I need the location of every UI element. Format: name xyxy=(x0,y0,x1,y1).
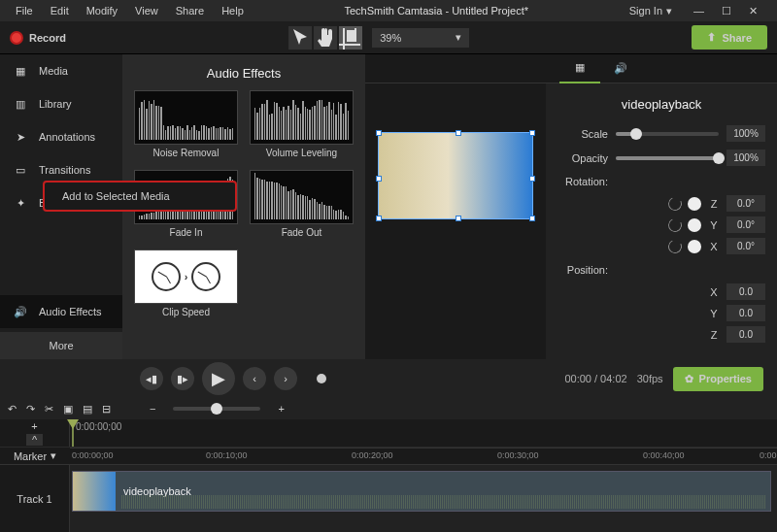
zoom-dropdown[interactable]: 39% xyxy=(372,28,469,48)
sign-in-button[interactable]: Sign In▾ xyxy=(622,5,680,17)
menu-share[interactable]: Share xyxy=(168,3,212,18)
sidebar-item-annotations[interactable]: ➤Annotations xyxy=(0,120,122,153)
playhead[interactable] xyxy=(72,419,74,447)
behaviors-icon: ✦ xyxy=(12,196,29,210)
scale-label: Scale xyxy=(557,128,608,140)
context-menu-add-to-media[interactable]: Add to Selected Media xyxy=(43,181,237,212)
menu-view[interactable]: View xyxy=(127,3,166,18)
properties-button[interactable]: ✿Properties xyxy=(673,367,763,391)
canvas-tab-video[interactable]: ▦ xyxy=(559,54,600,83)
canvas-tab-audio[interactable]: 🔊 xyxy=(600,54,641,83)
position-label: Position: xyxy=(557,264,608,276)
rot-x-value[interactable]: 0.0° xyxy=(726,238,765,254)
rotate-x-icon[interactable] xyxy=(666,238,684,255)
transitions-icon: ▭ xyxy=(12,163,29,177)
paste-button[interactable]: ▤ xyxy=(83,403,92,416)
record-button[interactable]: Record xyxy=(10,31,66,45)
effects-panel-title: Audio Effects xyxy=(134,62,354,90)
timeline-clip[interactable]: videoplayback xyxy=(72,471,771,512)
next-frame-button[interactable]: ▮▸ xyxy=(171,367,194,390)
timeline-zoom-slider[interactable] xyxy=(173,407,260,411)
pos-z-value[interactable]: 0.0 xyxy=(726,326,765,343)
rotate-x-knob[interactable] xyxy=(688,240,701,253)
marker-label[interactable]: Marker▾ xyxy=(0,448,70,464)
menu-modify[interactable]: Modify xyxy=(79,3,125,18)
share-button[interactable]: ⬆Share xyxy=(692,25,767,50)
properties-panel: videoplayback Scale 100% Opacity 100% Ro… xyxy=(546,83,777,359)
player-bar: ◂▮ ▮▸ ▶ ‹ › 00:00 / 04:02 30fps ✿Propert… xyxy=(0,359,777,398)
minimize-icon[interactable]: — xyxy=(693,5,704,17)
zoom-in-button[interactable]: + xyxy=(278,403,284,415)
effect-noise-removal[interactable]: Noise Removal xyxy=(134,90,238,158)
sidebar-item-media[interactable]: ▦Media xyxy=(0,54,122,87)
library-icon: ▥ xyxy=(12,97,29,111)
speaker-icon: 🔊 xyxy=(614,62,627,75)
effects-panel: Audio Effects Noise Removal Volume Level… xyxy=(122,54,365,359)
ruler[interactable]: 0:00:00;00 xyxy=(70,419,777,447)
canvas-preview[interactable] xyxy=(365,83,546,359)
film-icon: ▦ xyxy=(575,61,585,74)
opacity-label: Opacity xyxy=(557,152,608,164)
redo-button[interactable]: ↷ xyxy=(26,403,35,416)
track-collapse-button[interactable]: ^ xyxy=(26,434,43,446)
crop-tool[interactable] xyxy=(339,26,362,50)
toolbar: Record 39% ⬆Share xyxy=(0,21,777,54)
step-forward-button[interactable]: › xyxy=(274,367,297,390)
rotate-y-icon[interactable] xyxy=(666,216,684,234)
pan-tool[interactable] xyxy=(314,26,337,50)
scale-slider[interactable] xyxy=(616,132,719,136)
rotate-z-knob[interactable] xyxy=(688,197,701,211)
menubar: File Edit Modify View Share Help TechSmi… xyxy=(0,0,777,21)
sidebar-more-button[interactable]: More xyxy=(0,332,122,359)
opacity-slider[interactable] xyxy=(616,156,719,160)
prev-frame-button[interactable]: ◂▮ xyxy=(140,367,163,390)
close-icon[interactable]: ✕ xyxy=(749,5,758,17)
rotate-z-icon[interactable] xyxy=(666,195,684,213)
audio-effects-icon: 🔊 xyxy=(12,305,29,318)
fps-display[interactable]: 30fps xyxy=(637,373,663,384)
step-back-button[interactable]: ‹ xyxy=(243,367,266,390)
copy-button[interactable]: ▣ xyxy=(63,403,73,416)
share-icon: ⬆ xyxy=(707,31,716,44)
effect-fade-out[interactable]: Fade Out xyxy=(250,170,354,238)
effect-volume-leveling[interactable]: Volume Leveling xyxy=(250,90,354,158)
opacity-value[interactable]: 100% xyxy=(726,150,765,166)
ruler-ticks[interactable]: 0:00:00;00 0:00:10;00 0:00:20;00 0:00:30… xyxy=(70,448,777,464)
undo-button[interactable]: ↶ xyxy=(8,403,17,416)
time-display: 00:00 / 04:02 xyxy=(564,373,626,384)
rot-y-value[interactable]: 0.0° xyxy=(726,216,765,233)
rotate-y-knob[interactable] xyxy=(688,218,701,232)
properties-title: videoplayback xyxy=(557,91,765,125)
annotations-icon: ➤ xyxy=(12,130,29,144)
sidebar-item-audio-effects[interactable]: 🔊Audio Effects xyxy=(0,295,122,328)
scale-value[interactable]: 100% xyxy=(726,125,765,142)
selected-media[interactable] xyxy=(378,132,533,219)
window-title: TechSmith Camtasia - Untitled Project* xyxy=(253,5,620,17)
select-tool[interactable] xyxy=(288,26,312,50)
menu-file[interactable]: File xyxy=(8,3,41,18)
media-icon: ▦ xyxy=(12,64,29,78)
audio-waveform xyxy=(121,495,766,509)
rot-z-value[interactable]: 0.0° xyxy=(726,195,765,212)
play-button[interactable]: ▶ xyxy=(202,362,235,395)
split-button[interactable]: ⊟ xyxy=(102,403,111,416)
timeline: ↶ ↷ ✂ ▣ ▤ ⊟ − + + ^ 0:00:00;00 Marker▾ 0… xyxy=(0,398,777,532)
playhead-time: 0:00:00;00 xyxy=(76,421,121,432)
zoom-out-button[interactable]: − xyxy=(150,403,155,415)
track-body[interactable]: videoplayback xyxy=(70,465,777,532)
gear-icon: ✿ xyxy=(685,373,693,385)
record-icon xyxy=(10,31,23,45)
track-add-button[interactable]: + xyxy=(31,420,37,432)
pos-y-value[interactable]: 0.0 xyxy=(726,305,765,321)
maximize-icon[interactable]: ☐ xyxy=(722,5,731,17)
chevron-down-icon: ▾ xyxy=(51,449,56,462)
playhead-scrubber[interactable] xyxy=(317,374,326,383)
menu-help[interactable]: Help xyxy=(214,3,252,18)
sidebar-item-library[interactable]: ▥Library xyxy=(0,87,122,120)
pos-x-value[interactable]: 0.0 xyxy=(726,283,765,300)
menu-edit[interactable]: Edit xyxy=(43,3,77,18)
track-header[interactable]: Track 1 xyxy=(0,465,70,532)
cut-button[interactable]: ✂ xyxy=(45,403,53,416)
clip-thumbnail xyxy=(73,472,116,511)
effect-clip-speed[interactable]: › Clip Speed xyxy=(134,249,238,317)
